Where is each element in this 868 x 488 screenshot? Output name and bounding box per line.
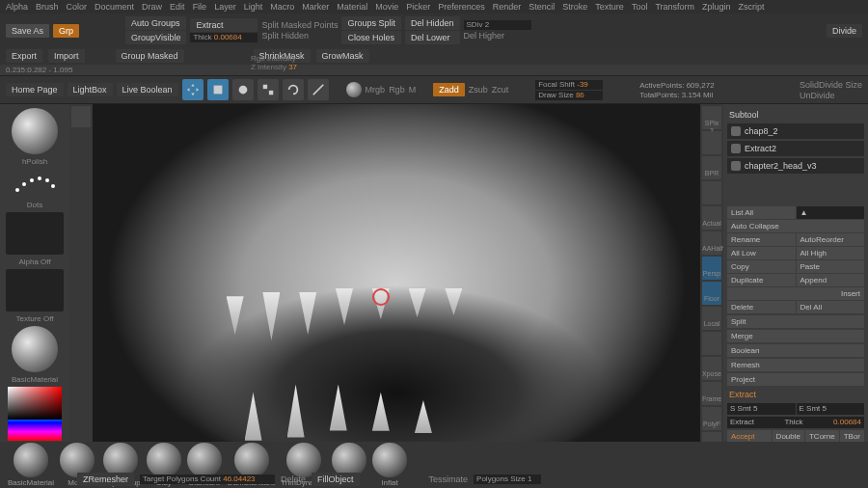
menu-light[interactable]: Light: [244, 2, 263, 12]
lightbox-button[interactable]: LightBox: [68, 83, 113, 96]
auto-groups-button[interactable]: Auto Groups: [125, 16, 186, 30]
thick-slider[interactable]: Thick 0.00684: [190, 33, 258, 42]
menu-picker[interactable]: Picker: [406, 2, 430, 12]
zoom-icon[interactable]: [702, 181, 721, 204]
list-all-button[interactable]: List All: [727, 206, 796, 219]
move-icon[interactable]: [232, 79, 254, 100]
draw-icon[interactable]: [207, 79, 229, 100]
tessimate-label[interactable]: Tessimate: [429, 474, 469, 484]
lock-icon[interactable]: [702, 332, 721, 355]
material-ball[interactable]: [14, 443, 48, 477]
save-as-button[interactable]: Save As: [6, 24, 49, 38]
paste-button[interactable]: Paste: [797, 260, 865, 273]
del-hidden-button[interactable]: Del Hidden: [405, 16, 460, 30]
subtool-item[interactable]: chap8_2: [727, 123, 864, 139]
del-all-button[interactable]: Del All: [797, 301, 865, 313]
persp-button[interactable]: Persp: [702, 257, 721, 280]
menu-zplugin[interactable]: Zplugin: [702, 2, 731, 12]
menu-layer[interactable]: Layer: [214, 2, 236, 12]
local-button[interactable]: Local: [702, 307, 721, 330]
eye-icon[interactable]: [731, 126, 741, 136]
rgb-button[interactable]: Rgb: [389, 85, 405, 95]
boolean-section[interactable]: Boolean: [727, 344, 864, 357]
material-preview[interactable]: [12, 326, 58, 372]
sdiv-slider[interactable]: SDiv 2: [464, 20, 531, 30]
texture-preview[interactable]: [6, 269, 64, 312]
polyf-button[interactable]: PolyF: [702, 407, 721, 430]
duplicate-button[interactable]: Duplicate: [727, 274, 796, 286]
alpha-preview[interactable]: [6, 212, 64, 255]
home-button[interactable]: Home Page: [6, 83, 64, 96]
extract-thick-slider[interactable]: ExtractThick 0.00684: [727, 417, 864, 428]
left-shelf-button[interactable]: [71, 106, 91, 127]
menu-movie[interactable]: Movie: [375, 2, 398, 12]
menu-transform[interactable]: Transform: [655, 2, 694, 12]
scroll-icon[interactable]: [702, 131, 721, 154]
spix-button[interactable]: SPix 3: [702, 106, 721, 129]
menu-macro[interactable]: Macro: [270, 2, 294, 12]
subtool-header[interactable]: Subtool: [727, 108, 864, 122]
close-holes-button[interactable]: Close Holes: [341, 31, 401, 44]
zadd-button[interactable]: Zadd: [433, 83, 465, 96]
menu-stencil[interactable]: Stencil: [529, 2, 555, 12]
import-button[interactable]: Import: [48, 49, 85, 63]
menu-tool[interactable]: Tool: [632, 2, 648, 12]
frame-button[interactable]: Frame: [702, 382, 721, 405]
canvas[interactable]: 每一个通道去看流在这里 Each pass go look stream in …: [93, 104, 700, 488]
groups-split-button[interactable]: Groups Split: [341, 16, 401, 30]
zremesher-button[interactable]: ZRemesher: [77, 473, 134, 486]
bpr-button[interactable]: BPR: [702, 156, 721, 179]
scale-icon[interactable]: [258, 79, 279, 100]
fillobject-button[interactable]: FillObject: [312, 473, 360, 486]
actual-button[interactable]: Actual: [702, 206, 721, 230]
menu-preferences[interactable]: Preferences: [438, 2, 485, 12]
focal-shift-slider[interactable]: Focal Shift -39: [535, 80, 603, 90]
divide-button[interactable]: Divide: [827, 24, 862, 38]
export-button[interactable]: Export: [6, 49, 42, 63]
polygons-size-slider[interactable]: Polygons Size 1: [474, 474, 541, 484]
gizmo-icon[interactable]: [182, 79, 203, 100]
subtool-item[interactable]: Extract2: [727, 141, 864, 156]
copy-button[interactable]: Copy: [727, 260, 796, 273]
e-smt-slider[interactable]: E Smt 5: [797, 403, 865, 415]
group-visible-button[interactable]: GroupVisible: [125, 31, 186, 44]
xpose-button[interactable]: Xpose: [702, 357, 721, 380]
merge-section[interactable]: Merge: [727, 330, 864, 342]
menu-file[interactable]: File: [193, 2, 207, 12]
menu-document[interactable]: Document: [95, 2, 134, 12]
group-masked-button[interactable]: Group Masked: [116, 49, 184, 63]
stroke-preview[interactable]: [11, 169, 59, 198]
menu-render[interactable]: Render: [493, 2, 522, 12]
menu-brush[interactable]: Brush: [36, 2, 59, 12]
mrgb-button[interactable]: Mrgb: [366, 85, 386, 95]
menu-alpha[interactable]: Alpha: [6, 2, 28, 12]
rotate-icon[interactable]: [283, 79, 304, 100]
remesh-section[interactable]: Remesh: [727, 359, 864, 371]
aahalf-button[interactable]: AAHalf: [702, 231, 721, 255]
z-intensity-slider[interactable]: Z Intensity 37: [251, 63, 297, 71]
menu-texture[interactable]: Texture: [595, 2, 624, 12]
zsub-button[interactable]: Zsub: [469, 85, 488, 95]
extract-header[interactable]: Extract: [727, 388, 864, 401]
eye-icon[interactable]: [731, 161, 741, 171]
sculptris-icon[interactable]: [308, 79, 329, 100]
menu-stroke[interactable]: Stroke: [562, 2, 587, 12]
brush-preview[interactable]: [12, 108, 58, 154]
auto-reorder-button[interactable]: AutoReorder: [797, 233, 865, 246]
append-button[interactable]: Append: [797, 274, 865, 286]
menu-material[interactable]: Material: [337, 2, 367, 12]
grow-mask-button[interactable]: GrowMask: [316, 49, 369, 63]
menu-color[interactable]: Color: [67, 2, 88, 12]
menu-marker[interactable]: Marker: [302, 2, 329, 12]
subtool-item[interactable]: chapter2_head_v3: [727, 158, 864, 174]
auto-collapse-button[interactable]: Auto Collapse: [727, 220, 864, 232]
project-section[interactable]: Project: [727, 373, 864, 386]
target-polygons-slider[interactable]: Target Polygons Count 46.04423: [140, 474, 275, 484]
material-preview-icon[interactable]: [346, 82, 362, 97]
delete-button[interactable]: Delete: [727, 301, 796, 313]
delete-label[interactable]: Delete: [281, 474, 306, 484]
extract-button[interactable]: Extract: [190, 18, 258, 32]
zcut-button[interactable]: Zcut: [492, 85, 509, 95]
grp-button[interactable]: Grp: [53, 24, 79, 38]
s-smt-slider[interactable]: S Smt 5: [727, 403, 796, 415]
